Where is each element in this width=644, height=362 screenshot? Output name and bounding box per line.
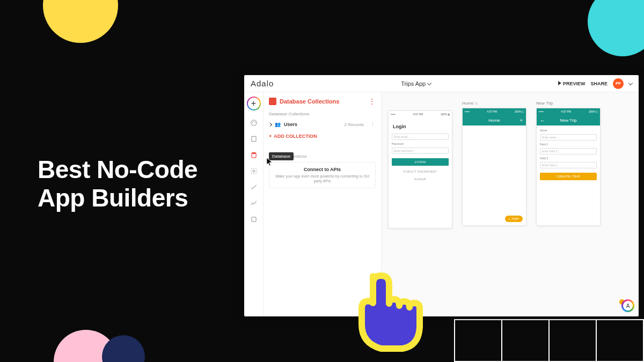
status-time: 4:57 PM (413, 113, 423, 116)
field3-label: Field 3 (540, 157, 597, 160)
left-rail: + (244, 92, 264, 316)
svg-point-5 (251, 152, 255, 154)
connect-title: Connect to APIs (274, 167, 371, 172)
login-button[interactable]: LOGIN (392, 158, 449, 166)
database-icon (269, 98, 276, 105)
cursor-icon (267, 158, 274, 166)
collection-row-users[interactable]: 👥 Users 2 Records ⋮ (269, 120, 376, 129)
connect-apis-card[interactable]: Connect to APIs Make your app even more … (269, 162, 376, 188)
pointer-hand-icon (343, 268, 429, 359)
email-field[interactable]: Enter email... (392, 134, 449, 140)
share-button[interactable]: SHARE (590, 81, 608, 86)
headline-line2: App Builders (38, 184, 197, 212)
users-icon: 👥 (275, 122, 281, 127)
decor-cyan-circle (588, 0, 644, 56)
decor-grid (455, 319, 644, 362)
phone-header: Home ≡ (463, 115, 526, 125)
avatar[interactable]: PF (613, 78, 624, 89)
back-icon[interactable]: ← (540, 117, 545, 123)
home-icon: ⌂ (475, 101, 478, 106)
headline: Best No-Code App Builders (38, 156, 197, 212)
svg-rect-7 (251, 217, 255, 221)
adalo-badge[interactable]: A (621, 299, 634, 312)
password-label: Password (392, 142, 449, 145)
field3-input[interactable]: Enter Field 3... (540, 162, 597, 168)
chevron-down-icon (427, 80, 431, 85)
project-selector[interactable]: Trips App (274, 80, 558, 87)
panel-subhead: Database Collections (269, 112, 376, 116)
add-button[interactable]: + (247, 97, 261, 110)
preview-button[interactable]: PREVIEW (558, 81, 586, 86)
svg-rect-4 (251, 136, 255, 141)
settings-icon[interactable] (250, 167, 258, 175)
svg-point-1 (252, 122, 253, 123)
connect-desc: Make your app even more powerful by conn… (274, 174, 371, 183)
chevron-right-icon (268, 122, 272, 126)
field2-label: Field 2 (540, 143, 597, 146)
screens-icon[interactable] (250, 135, 258, 143)
phone-header: ← New Trip (537, 115, 600, 125)
name-field[interactable]: Enter name... (540, 134, 597, 141)
field2-input[interactable]: Enter Field 2... (540, 148, 597, 154)
login-title: Login (393, 124, 449, 129)
status-time: 4:57 PM (561, 110, 571, 113)
svg-point-2 (253, 121, 254, 122)
menu-icon[interactable]: ≡ (520, 118, 523, 123)
panel-more-button[interactable]: ⋮ (369, 98, 376, 105)
fab-add-trip[interactable]: +TRIP (505, 216, 523, 222)
svg-point-3 (254, 122, 255, 123)
screen-label: New Trip (536, 101, 601, 106)
svg-point-6 (253, 170, 255, 172)
panel-title: Database Collections (280, 98, 339, 105)
database-icon[interactable] (250, 151, 258, 159)
analytics-icon[interactable] (250, 200, 258, 207)
password-field[interactable]: Enter password... (392, 147, 449, 154)
screen-label: Home (462, 101, 473, 106)
plus-icon: + (509, 217, 511, 220)
add-collection-button[interactable]: + ADD COLLECTION (269, 134, 376, 139)
app-logo: Adalo (251, 79, 274, 88)
headline-line1: Best No-Code (38, 156, 197, 184)
chevron-down-icon[interactable] (628, 80, 633, 85)
signup-link[interactable]: SIGNUP (392, 178, 449, 181)
create-trip-button[interactable]: CREATE TRIP (540, 173, 597, 180)
plus-icon: + (269, 134, 272, 139)
app-header: Adalo Trips App PREVIEW SHARE PF (244, 75, 639, 92)
screen-new-trip[interactable]: New Trip •••••4:57 PM100% ▯ ← New Trip N… (536, 101, 601, 308)
record-count: 2 Records (345, 122, 364, 127)
forgot-password-link[interactable]: FORGOT PASSWORD? (392, 170, 449, 173)
play-icon (558, 81, 561, 85)
project-name: Trips App (401, 80, 426, 87)
publish-icon[interactable] (250, 183, 258, 191)
palette-icon[interactable] (250, 119, 258, 127)
screen-home[interactable]: Home ⌂ •••••4:57 PM100% ▯ Home ≡ +TRIP (462, 101, 526, 308)
decor-yellow-circle (43, 0, 118, 43)
row-more-button[interactable]: ⋮ (370, 122, 376, 127)
collection-name: Users (284, 122, 297, 127)
name-label: Name (540, 129, 597, 132)
status-time: 4:57 PM (487, 110, 497, 113)
app-window: Adalo Trips App PREVIEW SHARE PF + (244, 75, 639, 316)
help-icon[interactable] (250, 216, 258, 223)
